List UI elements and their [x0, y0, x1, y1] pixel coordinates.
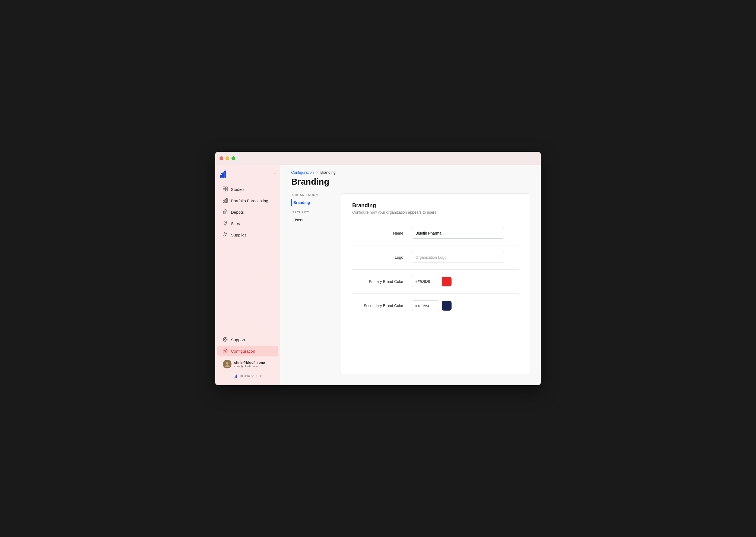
secondary-color-swatch[interactable] — [442, 301, 452, 310]
sidebar: ≡ Studies — [215, 165, 280, 385]
sidebar-item-label: Studies — [231, 187, 245, 192]
svg-rect-24 — [236, 375, 237, 378]
minimize-button[interactable] — [225, 156, 229, 160]
form-row-secondary-color: Secondary Brand Color — [352, 294, 519, 318]
name-input[interactable] — [412, 228, 504, 239]
version-label: Bluefin — [240, 374, 250, 378]
sidebar-item-label: Sites — [231, 221, 240, 226]
sidebar-item-depots[interactable]: Depots — [217, 207, 278, 218]
maximize-button[interactable] — [232, 156, 235, 160]
breadcrumb-current: Branding — [320, 170, 335, 175]
user-email: chris@bluefin.one — [234, 365, 267, 368]
sidebar-item-label: Depots — [231, 210, 244, 215]
app-body: ≡ Studies — [215, 165, 541, 385]
svg-rect-9 — [226, 198, 227, 202]
wrench-icon — [223, 232, 228, 237]
app-window: ≡ Studies — [215, 152, 541, 385]
main-content: Configuration > Branding Branding ORGANI… — [280, 165, 541, 385]
logo-input[interactable] — [412, 252, 504, 263]
settings-nav: ORGANIZATION Branding SECURITY Users — [291, 193, 335, 374]
content-area: ORGANIZATION Branding SECURITY Users — [280, 193, 541, 385]
sidebar-item-sites[interactable]: Sites — [217, 218, 278, 229]
breadcrumb-parent[interactable]: Configuration — [291, 170, 314, 175]
version-number: v1.10.0 — [251, 374, 262, 378]
grid-icon — [223, 186, 228, 192]
primary-color-swatch[interactable] — [442, 277, 452, 286]
version-bar: Bluefin v1.10.0 — [215, 372, 280, 381]
hamburger-button[interactable]: ≡ — [273, 172, 276, 177]
svg-rect-7 — [223, 201, 224, 202]
form-label-secondary-color: Secondary Brand Color — [352, 304, 412, 308]
form-row-primary-color: Primary Brand Color — [352, 269, 519, 294]
svg-point-12 — [225, 222, 226, 223]
user-name: chris@bluefin.one — [234, 360, 267, 365]
form-label-logo: Logo — [352, 255, 412, 260]
svg-rect-23 — [235, 376, 236, 378]
chart-icon — [223, 198, 228, 203]
sidebar-item-label: Configuration — [231, 349, 255, 353]
form-row-logo: Logo — [352, 245, 519, 269]
avatar — [223, 360, 232, 368]
svg-rect-0 — [220, 175, 222, 178]
settings-nav-section-security: SECURITY Users — [291, 211, 335, 224]
sidebar-nav: Studies Portfolio Forecasting — [215, 181, 280, 331]
building-icon — [223, 209, 228, 215]
titlebar — [215, 152, 541, 165]
settings-nav-section-title-security: SECURITY — [291, 211, 335, 214]
chevron-updown-icon: ⌃⌄ — [270, 360, 273, 368]
user-section[interactable]: chris@bluefin.one chris@bluefin.one ⌃⌄ — [217, 357, 278, 371]
sidebar-item-label: Portfolio Forecasting — [231, 198, 268, 203]
branding-panel: Branding Configure how your organization… — [341, 193, 530, 374]
sidebar-item-label: Support — [231, 338, 245, 342]
settings-nav-item-users[interactable]: Users — [291, 216, 335, 224]
sidebar-item-support[interactable]: Support — [217, 334, 278, 345]
user-info: chris@bluefin.one chris@bluefin.one — [234, 360, 267, 368]
svg-point-21 — [226, 362, 228, 365]
settings-nav-item-branding[interactable]: Branding — [291, 199, 335, 206]
sidebar-item-configuration[interactable]: Configuration — [217, 346, 278, 356]
svg-rect-4 — [225, 187, 227, 189]
form-row-name: Name — [352, 221, 519, 245]
primary-color-row — [412, 276, 452, 287]
settings-nav-section-organization: ORGANIZATION Branding — [291, 193, 335, 206]
sidebar-bottom: Support Configuration — [215, 331, 280, 385]
breadcrumb: Configuration > Branding — [280, 165, 541, 175]
sidebar-item-portfolio-forecasting[interactable]: Portfolio Forecasting — [217, 195, 278, 206]
svg-rect-3 — [223, 187, 225, 189]
location-icon — [223, 221, 228, 226]
secondary-color-input[interactable] — [412, 300, 439, 311]
svg-rect-2 — [224, 171, 226, 178]
support-icon — [223, 337, 228, 342]
branding-panel-description: Configure how your organization appears … — [352, 210, 519, 215]
traffic-lights — [219, 156, 235, 160]
settings-nav-section-title-organization: ORGANIZATION — [291, 193, 335, 196]
sidebar-item-supplies[interactable]: Supplies — [217, 229, 278, 240]
sidebar-item-label: Supplies — [231, 233, 247, 237]
form-label-primary-color: Primary Brand Color — [352, 279, 412, 284]
settings-nav-item-label: Branding — [293, 200, 310, 205]
svg-point-14 — [224, 339, 226, 340]
close-button[interactable] — [219, 156, 223, 160]
branding-panel-title: Branding — [352, 202, 519, 209]
page-title: Branding — [291, 177, 530, 187]
svg-point-19 — [225, 350, 226, 351]
sidebar-top: ≡ — [215, 165, 280, 181]
form-label-name: Name — [352, 231, 412, 235]
page-title-row: Branding — [280, 175, 541, 193]
secondary-color-row — [412, 300, 452, 311]
svg-rect-6 — [225, 189, 227, 191]
svg-rect-5 — [223, 189, 225, 191]
logo-icon — [219, 169, 229, 179]
breadcrumb-separator: > — [316, 170, 318, 175]
settings-nav-item-label: Users — [293, 218, 303, 222]
svg-rect-1 — [222, 173, 224, 178]
svg-rect-22 — [234, 377, 235, 378]
gear-icon — [223, 348, 228, 354]
svg-rect-8 — [225, 199, 226, 202]
primary-color-input[interactable] — [412, 276, 439, 287]
sidebar-item-studies[interactable]: Studies — [217, 184, 278, 195]
